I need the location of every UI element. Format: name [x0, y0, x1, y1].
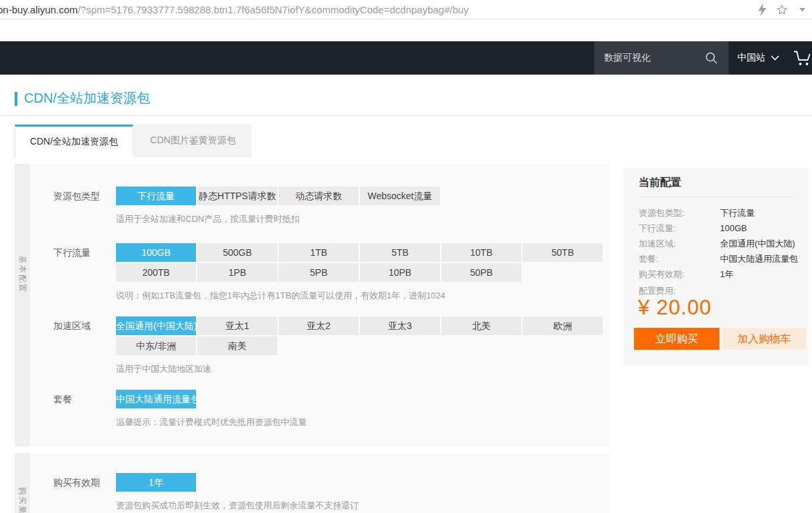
search-icon[interactable]	[705, 51, 718, 65]
row-hint: 适用于中国大陆地区加速	[116, 363, 609, 375]
region-options: 全国通用(中国大陆)亚太1亚太2亚太3北美欧洲中东/非洲南美	[116, 316, 607, 356]
row-hint: 适用于全站加速和CDN产品，按流量计费时抵扣	[116, 213, 609, 225]
cart-icon[interactable]	[793, 50, 811, 69]
page-title: CDN/全站加速资源包	[24, 89, 150, 107]
url-path: /?spm=5176.7933777.598288.btn1.7f6a56f5N…	[78, 4, 469, 15]
option-0-selected[interactable]: 下行流量	[116, 187, 196, 205]
option-4[interactable]: 北美	[441, 316, 521, 335]
basic-config-section: 基本配置 资源包类型 下行流量静态HTTPS请求数动态请求数Websocket流…	[15, 164, 609, 446]
title-divider	[0, 115, 812, 116]
option-2[interactable]: 动态请求数	[279, 187, 359, 205]
row-downstream-traffic: 下行流量 100GB500GB1TB5TB10TB50TB200TB1PB5PB…	[30, 243, 609, 302]
purchase-side-label: 购买量	[17, 487, 28, 513]
url-text: on-buy.aliyun.com/?spm=5176.7933777.5982…	[0, 4, 469, 15]
row-label: 下行流量	[53, 243, 91, 262]
browser-url-bar[interactable]: on-buy.aliyun.com/?spm=5176.7933777.5982…	[0, 0, 812, 19]
basic-config-side-strip: 基本配置	[15, 164, 30, 446]
purchase-side-strip: 购买量	[15, 453, 30, 513]
row-package-type: 资源包类型 下行流量静态HTTPS请求数动态请求数Websocket流量 适用于…	[30, 187, 609, 225]
tab-cdn-traffic-package[interactable]: CDN/全站加速资源包	[15, 125, 133, 157]
config-item-validity: 购买有效期: 1年	[639, 266, 803, 282]
option-5[interactable]: 欧洲	[523, 316, 603, 335]
option-9[interactable]: 10PB	[360, 263, 440, 282]
option-6[interactable]: 中东/非洲	[116, 336, 196, 355]
current-config-panel: 当前配置 资源包类型: 下行流量 下行流量: 100GB 加速区域: 全国通用(…	[623, 168, 809, 365]
option-0-selected[interactable]: 100GB	[116, 243, 196, 262]
row-acceleration-region: 加速区域 全国通用(中国大陆)亚太1亚太2亚太3北美欧洲中东/非洲南美 适用于中…	[30, 316, 609, 375]
chevron-down-icon	[771, 55, 779, 61]
package-type-options: 下行流量静态HTTPS请求数动态请求数Websocket流量	[116, 187, 607, 207]
summary-title: 当前配置	[639, 176, 681, 190]
tab-label: CDN图片鉴黄资源包	[150, 135, 235, 147]
basic-config-side-label: 基本配置	[17, 256, 28, 293]
region-selector[interactable]: 中国站	[737, 41, 779, 75]
search-value: 数据可视化	[604, 52, 705, 64]
region-label: 中国站	[737, 52, 765, 64]
config-label: 加速区域:	[639, 239, 676, 249]
row-plan: 套餐 中国大陆通用流量包 温馨提示：流量计费模式时优先抵用资源包中流量	[30, 390, 609, 428]
row-hint: 说明：例如1TB流量包，指您1年内总计有1TB的流量可以使用，有效期1年，进制1…	[116, 290, 609, 302]
config-value: 1年	[720, 266, 733, 282]
option-4[interactable]: 10TB	[441, 243, 521, 262]
option-2[interactable]: 1TB	[279, 243, 359, 262]
config-list: 资源包类型: 下行流量 下行流量: 100GB 加速区域: 全国通用(中国大陆)…	[639, 205, 803, 282]
config-item-traffic: 下行流量: 100GB	[639, 221, 803, 236]
config-label: 套餐:	[639, 254, 659, 264]
option-5[interactable]: 50TB	[523, 243, 603, 262]
row-hint: 资源包购买成功后即刻生效，资源包使用后剩余流量不支持退订	[116, 500, 609, 512]
config-item-package-type: 资源包类型: 下行流量	[639, 205, 803, 221]
option-0-selected[interactable]: 1年	[116, 473, 196, 492]
option-2[interactable]: 亚太2	[279, 316, 359, 335]
config-label: 购买有效期:	[639, 269, 685, 279]
option-10[interactable]: 50PB	[441, 263, 521, 282]
option-0-selected[interactable]: 全国通用(中国大陆)	[116, 316, 196, 335]
config-value: 全国通用(中国大陆)	[720, 236, 795, 251]
url-host: on-buy.aliyun.com	[0, 4, 78, 15]
plan-options: 中国大陆通用流量包	[116, 390, 607, 410]
browser-menu-caret-icon[interactable]	[796, 4, 808, 16]
tab-label: CDN/全站加速资源包	[30, 136, 118, 148]
config-value: 中国大陆通用流量包	[720, 251, 798, 266]
row-label: 购买有效期	[53, 473, 100, 492]
tab-cdn-image-moderation-package[interactable]: CDN图片鉴黄资源包	[135, 125, 251, 157]
config-label: 下行流量:	[639, 223, 676, 233]
option-1[interactable]: 亚太1	[197, 316, 277, 335]
traffic-size-options: 100GB500GB1TB5TB10TB50TB200TB1PB5PB10PB5…	[116, 243, 607, 283]
row-label: 套餐	[53, 390, 72, 408]
purchase-section: 购买量 购买有效期 1年 资源包购买成功后即刻生效，资源包使用后剩余流量不支持退…	[15, 453, 609, 513]
page: on-buy.aliyun.com/?spm=5176.7933777.5982…	[0, 0, 812, 513]
title-accent-bar	[15, 92, 17, 106]
lightning-icon[interactable]	[756, 4, 768, 16]
add-to-cart-button[interactable]: 加入购物车	[722, 328, 806, 350]
bookmark-star-icon[interactable]	[776, 4, 788, 16]
option-8[interactable]: 5PB	[279, 263, 359, 282]
config-value: 100GB	[720, 221, 747, 236]
option-1[interactable]: 静态HTTPS请求数	[197, 187, 277, 205]
config-item-plan: 套餐: 中国大陆通用流量包	[639, 251, 803, 266]
row-hint: 温馨提示：流量计费模式时优先抵用资源包中流量	[116, 416, 609, 428]
option-7[interactable]: 1PB	[197, 263, 277, 282]
validity-options: 1年	[116, 473, 607, 493]
option-7[interactable]: 南美	[197, 336, 277, 355]
search-input[interactable]: 数据可视化	[594, 41, 729, 75]
config-item-region: 加速区域: 全国通用(中国大陆)	[639, 236, 803, 251]
site-header: 数据可视化 中国站	[0, 41, 812, 75]
row-validity-period: 购买有效期 1年 资源包购买成功后即刻生效，资源包使用后剩余流量不支持退订	[30, 473, 609, 512]
config-label: 资源包类型:	[639, 208, 685, 218]
row-label: 资源包类型	[53, 187, 100, 205]
option-3[interactable]: Websocket流量	[360, 187, 440, 205]
buy-now-button[interactable]: 立即购买	[634, 328, 719, 350]
option-0-selected[interactable]: 中国大陆通用流量包	[116, 390, 196, 408]
option-6[interactable]: 200TB	[116, 263, 196, 282]
price: ¥ 20.00	[638, 296, 711, 320]
config-value: 下行流量	[720, 205, 755, 221]
row-label: 加速区域	[53, 316, 91, 335]
option-3[interactable]: 亚太3	[360, 316, 440, 335]
option-1[interactable]: 500GB	[197, 243, 277, 262]
summary-divider	[639, 197, 793, 197]
option-3[interactable]: 5TB	[360, 243, 440, 262]
